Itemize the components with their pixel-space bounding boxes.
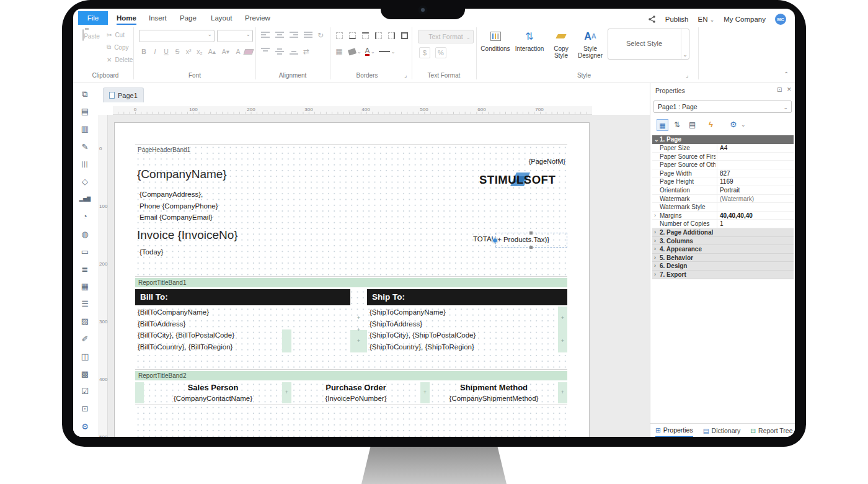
collapse-ribbon-icon[interactable]: ⌃: [784, 71, 789, 78]
category-export[interactable]: ›7. Export: [652, 271, 794, 279]
tab-insert[interactable]: Insert: [149, 11, 167, 25]
design-canvas[interactable]: PageHeaderBand1 {PageNofM} {CompanyName}…: [108, 115, 650, 437]
subscript-button[interactable]: x₂: [195, 46, 205, 57]
categorized-view-icon[interactable]: ▦: [657, 119, 668, 131]
band-label-reporttitle1[interactable]: ReportTitleBand1: [135, 278, 567, 287]
text-format-select[interactable]: Text Format ⌄: [418, 30, 474, 43]
borders-dialog-launcher-icon[interactable]: ⌟: [404, 72, 407, 78]
ship-to-header[interactable]: Ship To:: [367, 289, 567, 305]
conditions-button[interactable]: Conditions: [480, 29, 511, 66]
property-row[interactable]: Watermark Style: [652, 203, 794, 212]
tab-properties[interactable]: ⊞Properties: [655, 424, 693, 437]
cross-band-icon[interactable]: ▥: [73, 120, 97, 138]
align-right-icon[interactable]: [289, 31, 299, 40]
image-icon[interactable]: ▨: [73, 313, 97, 330]
align-left-icon[interactable]: [260, 31, 270, 40]
style-dialog-launcher-icon[interactable]: ⌟: [686, 72, 688, 78]
pin-icon[interactable]: ⊡: [777, 86, 782, 93]
band-label-reporttitle2[interactable]: ReportTitleBand2: [135, 371, 567, 380]
tab-report-tree[interactable]: ⊟Report Tree: [750, 424, 792, 437]
vertical-ruler[interactable]: 0100 200300 400500: [98, 115, 108, 437]
component-selector[interactable]: Page1 : Page ⌄: [653, 101, 792, 113]
page-nofm-field[interactable]: {PageNofM}: [487, 158, 565, 165]
category-columns[interactable]: ›3. Columns: [652, 237, 794, 246]
gauge-icon[interactable]: ◔: [73, 208, 97, 225]
company-name-field[interactable]: {CompanyName}: [137, 168, 227, 181]
pen-icon[interactable]: ✎: [73, 138, 97, 156]
tools-icon[interactable]: ⚙: [73, 418, 97, 436]
align-justify-icon[interactable]: [303, 31, 313, 40]
picture-icon[interactable]: ◫: [73, 348, 97, 365]
align-top-icon[interactable]: [260, 47, 270, 56]
property-row[interactable]: Paper Source of Othe: [652, 161, 794, 169]
property-row[interactable]: OrientationPortrait: [652, 186, 794, 195]
border-bottom-button[interactable]: [347, 30, 358, 41]
tab-home[interactable]: Home: [117, 11, 136, 25]
signature-icon[interactable]: ✐: [73, 331, 97, 348]
border-left-button[interactable]: [373, 30, 384, 41]
text-component-icon[interactable]: ▭: [73, 243, 97, 261]
property-row[interactable]: Number of Copies1: [652, 220, 794, 228]
property-row[interactable]: Watermark(Watermark): [652, 195, 794, 204]
summary-value-sales-person[interactable]: {CompanyContactName}: [144, 393, 282, 403]
company-contact-block[interactable]: {CompanyAddress}, Phone {CompanyPhone} E…: [140, 189, 218, 223]
italic-button[interactable]: I: [150, 46, 160, 57]
tab-preview[interactable]: Preview: [245, 11, 270, 25]
language-selector[interactable]: EN ⌄: [698, 16, 715, 23]
currency-format-button[interactable]: $: [419, 47, 430, 58]
shape-icon[interactable]: ◇: [73, 173, 97, 190]
tab-file[interactable]: File: [78, 11, 108, 25]
copy-style-button[interactable]: Copy Style: [548, 29, 574, 66]
clear-format-button[interactable]: A: [233, 46, 243, 57]
copy-button[interactable]: ⧉Copy: [107, 42, 129, 52]
gallery-dropdown-icon[interactable]: ⌄: [681, 29, 689, 59]
line-style-button[interactable]: ⌄: [379, 49, 396, 55]
rich-text-icon[interactable]: ≣: [73, 261, 97, 278]
property-row-margins[interactable]: ›Margins40,40,40,40: [652, 212, 794, 220]
property-list-icon[interactable]: ▤: [689, 120, 696, 129]
avatar[interactable]: MC: [775, 14, 786, 25]
style-designer-button[interactable]: AA Style Designer: [575, 29, 605, 66]
font-size-select[interactable]: ⌄: [217, 30, 253, 42]
summary-header-shipment-method[interactable]: Shipment Method: [430, 382, 558, 393]
subreport-icon[interactable]: ⊡: [73, 400, 97, 418]
gear-icon[interactable]: ⚙: [730, 120, 737, 129]
border-top-button[interactable]: [360, 30, 371, 41]
bill-to-fields[interactable]: {BillToCompanyName} {BillToAddress} {Bil…: [138, 307, 234, 352]
tab-page[interactable]: Page: [180, 11, 197, 25]
map-icon[interactable]: ◍: [73, 226, 97, 243]
tab-layout[interactable]: Layout: [211, 11, 232, 25]
border-right-button[interactable]: [386, 30, 397, 41]
border-outline-button[interactable]: ▦: [334, 46, 345, 57]
band-label-pageheader[interactable]: PageHeaderBand1: [138, 146, 190, 153]
summary-value-shipment-method[interactable]: {CompanyShipmentMethod}: [430, 393, 558, 403]
events-icon[interactable]: ϟ: [709, 120, 713, 129]
matrix-barcode-icon[interactable]: ▩: [73, 365, 97, 383]
selection-handle-icon[interactable]: [492, 238, 498, 243]
category-page-additional[interactable]: ›2. Page Additional: [652, 228, 794, 237]
fill-color-button[interactable]: ⌄: [348, 49, 361, 55]
align-center-icon[interactable]: [275, 31, 285, 40]
border-none-button[interactable]: [334, 30, 345, 41]
grow-font-button[interactable]: A▴: [206, 46, 218, 57]
text-color-button[interactable]: A⌄: [365, 47, 375, 56]
horizontal-ruler[interactable]: 0100 200300 400500 600700: [113, 106, 592, 115]
publish-button[interactable]: Publish: [665, 16, 689, 23]
table-icon[interactable]: ▦: [73, 278, 97, 295]
interaction-button[interactable]: ⇅ Interaction: [513, 29, 546, 66]
page-tab-page1[interactable]: Page1: [103, 87, 144, 102]
font-name-select[interactable]: ⌄: [139, 30, 215, 42]
tab-dictionary[interactable]: ▤Dictionary: [703, 424, 741, 437]
list-icon[interactable]: ☰: [73, 295, 97, 313]
sort-alphabetical-icon[interactable]: ⇅: [674, 120, 680, 129]
checkbox-icon[interactable]: ☑: [73, 383, 97, 400]
align-middle-icon[interactable]: [275, 47, 285, 56]
close-icon[interactable]: ✕: [787, 86, 792, 92]
category-appearance[interactable]: ›4. Appearance: [652, 245, 794, 254]
bill-to-header[interactable]: Bill To:: [135, 289, 350, 305]
band-icon[interactable]: ▤: [73, 103, 97, 120]
summary-header-sales-person[interactable]: Sales Person: [144, 382, 282, 393]
delete-button[interactable]: ✕Delete: [107, 55, 133, 65]
underline-button[interactable]: U: [161, 46, 171, 57]
category-page[interactable]: ⌄1. Page: [652, 135, 794, 144]
